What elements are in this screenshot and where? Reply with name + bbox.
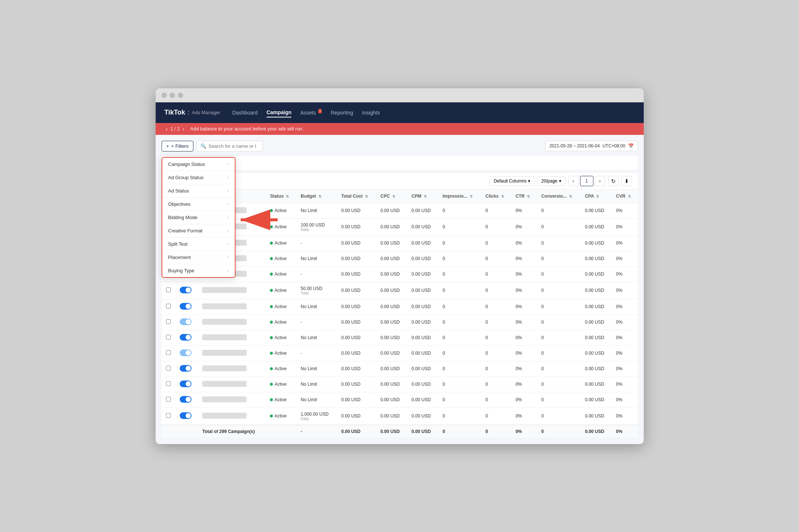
row-status: Active xyxy=(265,218,296,235)
row-clicks: 0 xyxy=(481,392,511,407)
row-name[interactable]: █████████████ xyxy=(202,303,247,309)
filter-adgroup-status[interactable]: Ad Group Status › xyxy=(162,171,235,184)
alert-next-btn[interactable]: › xyxy=(181,126,186,132)
chevron-down-icon: ▾ xyxy=(528,178,530,184)
row-checkbox[interactable] xyxy=(166,304,171,308)
row-name[interactable]: ██████████████████ xyxy=(202,396,247,402)
row-checkbox-cell xyxy=(162,330,175,345)
filter-objectives[interactable]: Objectives › xyxy=(162,198,235,211)
row-name[interactable]: ██████████████ xyxy=(202,287,247,293)
row-cpc: 0.00 USD xyxy=(376,392,407,407)
row-toggle[interactable] xyxy=(180,365,192,372)
row-ctr: 0% xyxy=(511,203,537,218)
filter-campaign-status[interactable]: Campaign Status › xyxy=(162,158,235,171)
row-total-cost: 0.00 USD xyxy=(337,203,376,218)
row-ctr: 0% xyxy=(511,235,537,251)
filter-placement[interactable]: Placement › xyxy=(162,251,235,264)
row-toggle[interactable] xyxy=(180,396,192,403)
row-impressions: 0 xyxy=(438,361,481,376)
per-page-button[interactable]: 20/page ▾ xyxy=(537,176,565,186)
table-row: ██████████████ Active No Limit 0.00 USD … xyxy=(162,361,638,376)
row-toggle[interactable] xyxy=(180,412,192,419)
row-toggle[interactable] xyxy=(180,381,192,387)
filter-creative-format[interactable]: Creative Format › xyxy=(162,224,235,238)
row-ctr: 0% xyxy=(511,218,537,235)
row-total-cost: 0.00 USD xyxy=(337,299,376,314)
col-impressions: Impressio... ⇅ xyxy=(438,190,481,203)
row-toggle[interactable] xyxy=(180,303,192,310)
row-total-cost: 0.00 USD xyxy=(337,218,376,235)
row-toggle[interactable] xyxy=(180,318,192,325)
row-ctr: 0% xyxy=(511,330,537,345)
col-total-cost: Total Cost ⇅ xyxy=(337,190,376,203)
row-checkbox[interactable] xyxy=(166,397,171,402)
sort-conversions-icon[interactable]: ⇅ xyxy=(569,194,572,198)
row-toggle-cell xyxy=(175,299,198,314)
nav-insights[interactable]: Insights xyxy=(362,108,380,117)
row-cpa: 0.00 USD xyxy=(580,251,612,266)
row-ctr: 0% xyxy=(511,361,537,376)
row-name[interactable]: ████████████ xyxy=(202,334,247,340)
nav-dashboard[interactable]: Dashboard xyxy=(232,108,258,117)
row-name[interactable]: █████████████████ xyxy=(202,350,247,356)
browser-window: TikTok : Ads Manager Dashboard Campaign … xyxy=(156,88,644,444)
sort-ctr-icon[interactable]: ⇅ xyxy=(527,194,530,198)
sort-cvr-icon[interactable]: ⇅ xyxy=(628,194,631,198)
browser-dot-3 xyxy=(178,93,183,98)
row-toggle-cell xyxy=(175,407,198,425)
row-cvr: 0% xyxy=(612,299,637,314)
row-toggle[interactable] xyxy=(180,287,192,293)
filters-button[interactable]: + + Filters xyxy=(162,141,193,151)
default-columns-button[interactable]: Default Columns ▾ xyxy=(490,176,534,186)
page-number-input[interactable] xyxy=(580,176,593,186)
row-checkbox[interactable] xyxy=(166,319,171,324)
sort-status-icon[interactable]: ⇅ xyxy=(286,194,289,198)
row-checkbox[interactable] xyxy=(166,335,171,340)
row-name[interactable]: ████████████ xyxy=(202,413,247,419)
sort-cpc-icon[interactable]: ⇅ xyxy=(392,194,395,198)
row-cpa: 0.00 USD xyxy=(580,407,612,425)
sort-budget-icon[interactable]: ⇅ xyxy=(318,194,321,198)
row-name[interactable]: █████████████ xyxy=(202,381,247,387)
nav-assets[interactable]: Assets • xyxy=(300,108,322,117)
row-cpc: 0.00 USD xyxy=(376,299,407,314)
sort-cpa-icon[interactable]: ⇅ xyxy=(596,194,599,198)
row-name[interactable]: ██████████████████ xyxy=(202,319,247,325)
row-toggle[interactable] xyxy=(180,334,192,341)
row-checkbox[interactable] xyxy=(166,350,171,355)
sort-cpm-icon[interactable]: ⇅ xyxy=(424,194,427,198)
nav-campaign[interactable]: Campaign xyxy=(267,108,292,117)
table-row: ██████████████████ Active - 0.00 USD 0.0… xyxy=(162,314,638,330)
col-conversions: Conversio... ⇅ xyxy=(537,190,580,203)
sort-clicks-icon[interactable]: ⇅ xyxy=(501,194,504,198)
sort-impressions-icon[interactable]: ⇅ xyxy=(470,194,473,198)
sort-total-cost-icon[interactable]: ⇅ xyxy=(365,194,368,198)
pagination-prev-button[interactable]: ‹ xyxy=(568,176,579,186)
row-checkbox[interactable] xyxy=(166,287,171,292)
status-dot-icon xyxy=(270,398,273,401)
row-name[interactable]: ██████████████ xyxy=(202,365,247,371)
filter-buying-type[interactable]: Buying Type › xyxy=(162,264,235,277)
pagination-next-button[interactable]: › xyxy=(595,176,605,186)
col-cvr: CVR ⇅ xyxy=(612,190,637,203)
row-ctr: 0% xyxy=(511,282,537,299)
filter-bidding-mode[interactable]: Bidding Mode › xyxy=(162,211,235,224)
filter-split-test[interactable]: Split Test › xyxy=(162,238,235,251)
alert-prev-btn[interactable]: ‹ xyxy=(165,126,169,132)
row-budget: No Limit xyxy=(296,376,337,392)
row-cpc: 0.00 USD xyxy=(376,266,407,282)
status-dot-icon xyxy=(270,352,273,355)
date-range[interactable]: 2021-05-28 ~ 2021-06-04 UTC+08:00 📅 xyxy=(545,141,638,151)
filter-ad-status[interactable]: Ad Status › xyxy=(162,184,235,198)
refresh-button[interactable]: ↻ xyxy=(608,176,619,186)
row-status: Active xyxy=(265,203,296,218)
row-checkbox[interactable] xyxy=(166,366,171,371)
chevron-right-icon: › xyxy=(227,162,229,166)
row-checkbox[interactable] xyxy=(166,381,171,386)
row-checkbox[interactable] xyxy=(166,413,171,418)
row-cpc: 0.00 USD xyxy=(376,361,407,376)
search-input[interactable] xyxy=(209,143,257,149)
nav-reporting[interactable]: Reporting xyxy=(331,108,353,117)
download-button[interactable]: ⬇ xyxy=(622,176,632,186)
row-toggle[interactable] xyxy=(180,349,192,356)
